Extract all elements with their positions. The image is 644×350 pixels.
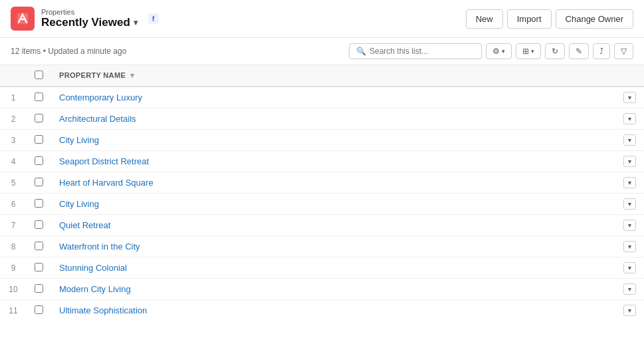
- row-expand-button[interactable]: ▾: [623, 283, 636, 295]
- table-row: 3 City Living ▾: [0, 130, 644, 151]
- app-icon: [11, 7, 35, 31]
- row-expand-button[interactable]: ▾: [623, 198, 636, 210]
- row-property-name[interactable]: City Living: [51, 130, 615, 151]
- row-expand-cell[interactable]: ▾: [615, 108, 644, 130]
- row-expand-button[interactable]: ▾: [623, 92, 636, 103]
- row-property-name[interactable]: Stunning Colonial: [51, 258, 615, 279]
- table-row: 4 Seaport District Retreat ▾: [0, 151, 644, 172]
- row-checkbox-cell[interactable]: [27, 172, 51, 194]
- toolbar-controls: 🔍 ⚙ ▾ ⊞ ▾ ↻ ✎ ⤴ ▽: [349, 43, 633, 59]
- row-property-name[interactable]: Waterfront in the City: [51, 236, 615, 258]
- row-checkbox-cell[interactable]: [27, 108, 51, 130]
- toolbar: 12 items • Updated a minute ago 🔍 ⚙ ▾ ⊞ …: [0, 38, 644, 65]
- row-property-name[interactable]: Quiet Retreat: [51, 215, 615, 236]
- edit-icon: ✎: [576, 47, 582, 56]
- select-all-checkbox[interactable]: [35, 71, 43, 79]
- row-expand-cell[interactable]: ▾: [615, 87, 644, 108]
- columns-chevron: ▾: [531, 48, 534, 55]
- row-expand-button[interactable]: ▾: [623, 113, 636, 124]
- table-row: 1 Contemporary Luxury ▾: [0, 87, 644, 108]
- import-button[interactable]: Import: [507, 9, 552, 29]
- columns-button[interactable]: ⊞ ▾: [516, 43, 541, 59]
- row-checkbox[interactable]: [35, 199, 43, 208]
- row-expand-cell[interactable]: ▾: [615, 151, 644, 172]
- row-checkbox[interactable]: [35, 92, 43, 101]
- settings-chevron: ▾: [502, 48, 505, 55]
- table-row: 10 Modern City Living ▾: [0, 279, 644, 300]
- table-row: 2 Architectural Details ▾: [0, 108, 644, 130]
- header-title-group: Properties Recently Viewed ▾: [41, 8, 138, 29]
- row-property-name[interactable]: Ultimate Sophistication: [51, 300, 615, 317]
- row-expand-cell[interactable]: ▾: [615, 258, 644, 279]
- row-number: 6: [0, 194, 27, 215]
- row-expand-button[interactable]: ▾: [623, 156, 636, 167]
- edit-button[interactable]: ✎: [569, 43, 589, 59]
- row-checkbox[interactable]: [35, 135, 43, 144]
- row-checkbox[interactable]: [35, 284, 43, 293]
- row-checkbox-cell[interactable]: [27, 215, 51, 236]
- row-checkbox[interactable]: [35, 178, 43, 186]
- row-expand-cell[interactable]: ▾: [615, 215, 644, 236]
- row-checkbox[interactable]: [35, 242, 43, 250]
- header-actions: New Import Change Owner: [466, 9, 633, 29]
- row-number: 9: [0, 258, 27, 279]
- row-checkbox[interactable]: [35, 220, 43, 229]
- row-expand-cell[interactable]: ▾: [615, 300, 644, 317]
- row-property-name[interactable]: Heart of Harvard Square: [51, 172, 615, 194]
- row-number: 5: [0, 172, 27, 194]
- row-number: 8: [0, 236, 27, 258]
- row-number: 7: [0, 215, 27, 236]
- row-checkbox[interactable]: [35, 305, 43, 314]
- row-property-name[interactable]: Contemporary Luxury: [51, 87, 615, 108]
- row-expand-button[interactable]: ▾: [623, 305, 636, 316]
- row-property-name[interactable]: City Living: [51, 194, 615, 215]
- row-expand-button[interactable]: ▾: [623, 177, 636, 188]
- row-checkbox-cell[interactable]: [27, 236, 51, 258]
- row-property-name[interactable]: Architectural Details: [51, 108, 615, 130]
- row-checkbox-cell[interactable]: [27, 151, 51, 172]
- settings-button[interactable]: ⚙ ▾: [486, 43, 512, 59]
- row-checkbox-cell[interactable]: [27, 87, 51, 108]
- row-expand-button[interactable]: ▾: [623, 220, 636, 231]
- header-left: Properties Recently Viewed ▾ f: [11, 7, 159, 31]
- row-expand-button[interactable]: ▾: [623, 134, 636, 146]
- row-expand-button[interactable]: ▾: [623, 262, 636, 273]
- table-container: Property Name ▾ 1 Contemporary Luxury ▾ …: [0, 65, 644, 317]
- share-button[interactable]: ⤴: [593, 43, 610, 59]
- row-expand-cell[interactable]: ▾: [615, 194, 644, 215]
- table-row: 9 Stunning Colonial ▾: [0, 258, 644, 279]
- table-row: 5 Heart of Harvard Square ▾: [0, 172, 644, 194]
- row-expand-cell[interactable]: ▾: [615, 130, 644, 151]
- row-checkbox-cell[interactable]: [27, 300, 51, 317]
- col-property-name[interactable]: Property Name ▾: [51, 65, 615, 87]
- row-number: 3: [0, 130, 27, 151]
- new-button[interactable]: New: [466, 9, 503, 29]
- row-property-name[interactable]: Seaport District Retreat: [51, 151, 615, 172]
- view-title[interactable]: Recently Viewed ▾: [41, 16, 138, 29]
- toolbar-status: 12 items • Updated a minute ago: [11, 47, 126, 56]
- change-owner-button[interactable]: Change Owner: [556, 9, 633, 29]
- row-checkbox-cell[interactable]: [27, 194, 51, 215]
- row-number: 11: [0, 300, 27, 317]
- row-property-name[interactable]: Modern City Living: [51, 279, 615, 300]
- row-expand-button[interactable]: ▾: [623, 241, 636, 252]
- row-number: 10: [0, 279, 27, 300]
- table-row: 7 Quiet Retreat ▾: [0, 215, 644, 236]
- row-checkbox-cell[interactable]: [27, 258, 51, 279]
- row-number: 4: [0, 151, 27, 172]
- row-checkbox-cell[interactable]: [27, 279, 51, 300]
- gear-icon: ⚙: [492, 47, 500, 56]
- table-body: 1 Contemporary Luxury ▾ 2 Architectural …: [0, 87, 644, 317]
- row-checkbox[interactable]: [35, 114, 43, 122]
- row-checkbox[interactable]: [35, 263, 43, 271]
- filter-button[interactable]: ▽: [614, 43, 633, 59]
- row-expand-cell[interactable]: ▾: [615, 279, 644, 300]
- refresh-button[interactable]: ↻: [545, 43, 565, 59]
- view-title-text: Recently Viewed: [41, 16, 130, 29]
- row-checkbox-cell[interactable]: [27, 130, 51, 151]
- search-input[interactable]: [370, 47, 475, 56]
- row-expand-cell[interactable]: ▾: [615, 172, 644, 194]
- row-checkbox[interactable]: [35, 156, 43, 165]
- search-box[interactable]: 🔍: [349, 43, 482, 59]
- row-expand-cell[interactable]: ▾: [615, 236, 644, 258]
